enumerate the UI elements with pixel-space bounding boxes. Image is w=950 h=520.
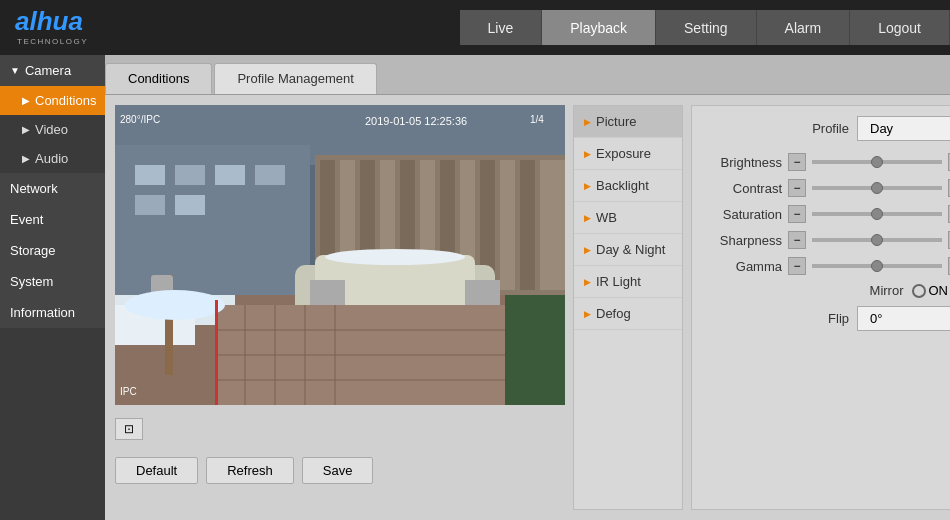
svg-rect-21 xyxy=(175,195,205,215)
contrast-thumb[interactable] xyxy=(871,182,883,194)
menu-wb-label: WB xyxy=(596,210,617,225)
menu-item-wb[interactable]: ▶ WB xyxy=(574,202,682,234)
profile-row: Profile Day Night Normal xyxy=(707,116,950,141)
wb-arrow-icon: ▶ xyxy=(584,213,591,223)
menu-defog-label: Defog xyxy=(596,306,631,321)
menu-item-defog[interactable]: ▶ Defog xyxy=(574,298,682,330)
camera-section: 2019-01-05 12:25:36 280°/IPC 1/4 IPC ⊡ D… xyxy=(115,105,565,510)
saturation-slider[interactable] xyxy=(812,212,942,216)
main-content: 2019-01-05 12:25:36 280°/IPC 1/4 IPC ⊡ D… xyxy=(105,95,950,520)
picture-arrow-icon: ▶ xyxy=(584,117,591,127)
mirror-row: Mirror ON OFF xyxy=(707,283,950,298)
svg-rect-17 xyxy=(175,165,205,185)
contrast-slider[interactable] xyxy=(812,186,942,190)
contrast-label: Contrast xyxy=(707,181,782,196)
mirror-on-circle[interactable] xyxy=(912,284,926,298)
svg-text:IPC: IPC xyxy=(120,386,137,397)
sidebar-storage-header[interactable]: Storage xyxy=(0,235,105,266)
brightness-row: Brightness − + 50 xyxy=(707,153,950,171)
logo-sub: TECHNOLOGY xyxy=(17,37,88,46)
defog-arrow-icon: ▶ xyxy=(584,309,591,319)
mirror-on-label: ON xyxy=(929,283,949,298)
saturation-thumb[interactable] xyxy=(871,208,883,220)
tab-profile-management[interactable]: Profile Management xyxy=(214,63,376,94)
menu-item-ir-light[interactable]: ▶ IR Light xyxy=(574,266,682,298)
main-layout: ▼ Camera ▶ Conditions ▶ Video ▶ Audio Ne… xyxy=(0,55,950,520)
camera-controls: ⊡ xyxy=(115,413,565,445)
svg-text:2019-01-05 12:25:36: 2019-01-05 12:25:36 xyxy=(365,115,467,127)
gamma-row: Gamma − + 50 xyxy=(707,257,950,275)
svg-rect-12 xyxy=(500,160,515,290)
mirror-label: Mirror xyxy=(870,283,904,298)
menu-item-backlight[interactable]: ▶ Backlight xyxy=(574,170,682,202)
saturation-minus-button[interactable]: − xyxy=(788,205,806,223)
nav-alarm[interactable]: Alarm xyxy=(757,10,851,45)
logo-text: a xyxy=(15,6,29,37)
nav-playback[interactable]: Playback xyxy=(542,10,656,45)
flip-select[interactable]: 0° 90° 180° 270° xyxy=(857,306,950,331)
exposure-arrow-icon: ▶ xyxy=(584,149,591,159)
svg-rect-19 xyxy=(255,165,285,185)
tab-conditions[interactable]: Conditions xyxy=(105,63,212,94)
gamma-thumb[interactable] xyxy=(871,260,883,272)
sharpness-minus-button[interactable]: − xyxy=(788,231,806,249)
sidebar-event-header[interactable]: Event xyxy=(0,204,105,235)
nav-setting[interactable]: Setting xyxy=(656,10,757,45)
content-area: Conditions Profile Management xyxy=(105,55,950,520)
svg-point-33 xyxy=(325,249,465,265)
menu-item-exposure[interactable]: ▶ Exposure xyxy=(574,138,682,170)
profile-select[interactable]: Day Night Normal xyxy=(857,116,950,141)
sidebar-camera-header[interactable]: ▼ Camera xyxy=(0,55,105,86)
daynight-arrow-icon: ▶ xyxy=(584,245,591,255)
menu-item-day-night[interactable]: ▶ Day & Night xyxy=(574,234,682,266)
backlight-arrow-icon: ▶ xyxy=(584,181,591,191)
header: a lhua TECHNOLOGY Live Playback Setting … xyxy=(0,0,950,55)
svg-rect-42 xyxy=(505,295,565,405)
profile-label: Profile xyxy=(812,121,849,136)
mirror-on-radio[interactable]: ON xyxy=(912,283,949,298)
brightness-minus-button[interactable]: − xyxy=(788,153,806,171)
sidebar-storage-label: Storage xyxy=(10,243,56,258)
sharpness-slider[interactable] xyxy=(812,238,942,242)
gamma-label: Gamma xyxy=(707,259,782,274)
sidebar-system-header[interactable]: System xyxy=(0,266,105,297)
camera-snapshot-button[interactable]: ⊡ xyxy=(115,418,143,440)
sidebar-item-conditions[interactable]: ▶ Conditions xyxy=(0,86,105,115)
menu-irlight-label: IR Light xyxy=(596,274,641,289)
flip-label: Flip xyxy=(828,311,849,326)
sidebar-network-label: Network xyxy=(10,181,58,196)
sidebar-video-label: Video xyxy=(35,122,68,137)
menu-exposure-label: Exposure xyxy=(596,146,651,161)
sidebar-information-header[interactable]: Information xyxy=(0,297,105,328)
brightness-slider[interactable] xyxy=(812,160,942,164)
logo: a lhua TECHNOLOGY xyxy=(0,6,88,49)
gamma-slider[interactable] xyxy=(812,264,942,268)
camera-feed: 2019-01-05 12:25:36 280°/IPC 1/4 IPC xyxy=(115,105,565,405)
sidebar-network-header[interactable]: Network xyxy=(0,173,105,204)
svg-rect-16 xyxy=(135,165,165,185)
svg-rect-14 xyxy=(540,160,565,290)
sharpness-row: Sharpness − + 50 xyxy=(707,231,950,249)
menu-item-picture[interactable]: ▶ Picture xyxy=(574,106,682,138)
sidebar-item-audio[interactable]: ▶ Audio xyxy=(0,144,105,173)
contrast-minus-button[interactable]: − xyxy=(788,179,806,197)
brightness-thumb[interactable] xyxy=(871,156,883,168)
menu-daynight-label: Day & Night xyxy=(596,242,665,257)
tab-bar: Conditions Profile Management xyxy=(105,55,950,95)
gamma-minus-button[interactable]: − xyxy=(788,257,806,275)
flip-row: Flip 0° 90° 180° 270° xyxy=(707,306,950,331)
nav-tabs: Live Playback Setting Alarm Logout xyxy=(460,0,950,55)
nav-logout[interactable]: Logout xyxy=(850,10,950,45)
sharpness-thumb[interactable] xyxy=(871,234,883,246)
saturation-label: Saturation xyxy=(707,207,782,222)
logo-brand: lhua xyxy=(29,6,82,37)
nav-live[interactable]: Live xyxy=(460,10,543,45)
save-button[interactable]: Save xyxy=(302,457,374,484)
sidebar-event-label: Event xyxy=(10,212,43,227)
sidebar-item-video[interactable]: ▶ Video xyxy=(0,115,105,144)
action-buttons: Default Refresh Save xyxy=(115,457,565,484)
refresh-button[interactable]: Refresh xyxy=(206,457,294,484)
sidebar-camera-label: Camera xyxy=(25,63,71,78)
default-button[interactable]: Default xyxy=(115,457,198,484)
svg-text:280°/IPC: 280°/IPC xyxy=(120,114,160,125)
